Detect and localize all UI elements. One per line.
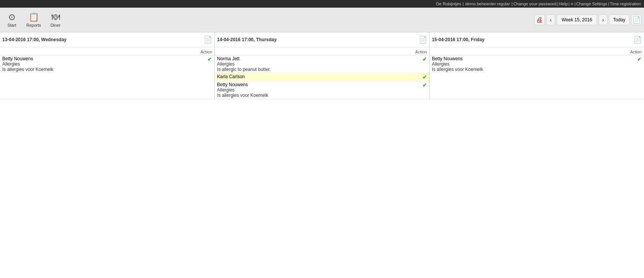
username: demo.beheerder.regular [465,2,510,6]
table-row: Betty NouwensAllergiesIs allergies voor … [215,81,429,99]
entry-name: Betty Nouwens [2,56,189,61]
friday-title: 15-04-2016 17:00, Friday [432,37,485,42]
check-icon: ✔ [207,56,212,62]
table-row: Karla Carlson✔ [215,73,429,81]
wed-action-header: Action [191,49,214,55]
change-settings-link[interactable]: Change Settings [576,2,607,6]
entry-sub: Allergies [432,61,619,67]
next-week-button[interactable]: › [599,14,607,25]
check-icon: ✔ [637,56,642,62]
wednesday-section: 13-04-2016 17:00, Wednesday 📄 Action Bet… [0,32,215,99]
action-cell[interactable]: ✔ [191,55,214,73]
action-cell[interactable]: ✔ [406,81,429,99]
diner-icon: 🍽 [51,12,60,22]
entry-detail: Is allergies voor Koemelk [217,93,404,98]
entry-cell: Norma JettAllergiesIs allergic to peanut… [215,55,406,73]
wednesday-header: 13-04-2016 17:00, Wednesday 📄 [0,32,214,47]
entry-name: Betty Nouwens [432,56,619,61]
prev-week-icon: ‹ [550,17,552,23]
thu-action-header: Action [406,49,429,55]
check-icon: ✔ [422,56,427,62]
entry-cell: Betty NouwensAllergiesIs allergies voor … [215,81,406,99]
help-link[interactable]: Help [559,2,568,6]
diner-button[interactable]: 🍽 Diner [46,9,65,31]
fri-action-header: Action [621,49,644,55]
week-label: Week 15, 2016 [557,14,597,25]
thursday-header: 14-04-2016 17:00, Thursday 📄 [215,32,429,47]
check-icon: ✔ [422,82,427,88]
friday-header: 15-04-2016 17:00, Friday 📄 [430,32,644,47]
table-row: Betty NouwensAllergiesIs allergies voor … [430,55,644,73]
start-label: Start [7,23,16,27]
wednesday-pdf-icon[interactable]: 📄 [204,35,212,44]
start-button[interactable]: ⊙ Start [2,9,21,31]
table-row: Betty NouwensAllergiesIs allergies voor … [0,55,214,73]
entry-cell: Karla Carlson [215,73,406,81]
diner-label: Diner [50,23,60,27]
friday-section: 15-04-2016 17:00, Friday 📄 Action Betty … [430,32,644,99]
entry-detail: Is allergies voor Koemelk [2,67,189,72]
entry-cell: Betty NouwensAllergiesIs allergies voor … [0,55,191,73]
pdf-export-button[interactable]: 📄 [631,14,642,25]
action-cell[interactable]: ✔ [621,55,644,73]
pdf-file-icon: 📄 [632,16,641,24]
thursday-table: Action Norma JettAllergiesIs allergic to… [215,49,429,99]
start-icon: ⊙ [8,12,15,22]
toolbar: ⊙ Start 📋 Reports 🍽 Diner 🖨 ‹ Week 15, 2… [0,8,644,32]
entry-name: Betty Nouwens [217,82,404,87]
wed-name-header [0,49,191,55]
reports-button[interactable]: 📋 Reports [23,9,45,31]
reports-icon: 📋 [29,12,39,22]
action-cell[interactable]: ✔ [406,55,429,73]
change-password-link[interactable]: Change your password [513,2,556,6]
time-registration-link[interactable]: Time registration [610,2,641,6]
check-icon: ✔ [422,74,427,80]
main-content: 13-04-2016 17:00, Wednesday 📄 Action Bet… [0,32,644,99]
prev-week-button[interactable]: ‹ [546,14,555,25]
entry-detail: Is allergic to peanut butter. [217,67,404,72]
entry-name: Karla Carlson [217,74,404,79]
fri-name-header [430,49,621,55]
topbar: De Robijntjes | demo.beheerder.regular |… [0,0,644,8]
friday-table: Action Betty NouwensAllergiesIs allergie… [430,49,644,73]
entry-sub: Allergies [2,61,189,67]
thursday-title: 14-04-2016 17:00, Thursday [217,37,276,42]
print-icon: 🖨 [536,16,543,24]
thursday-section: 14-04-2016 17:00, Thursday 📄 Action Norm… [215,32,429,99]
entry-cell: Betty NouwensAllergiesIs allergies voor … [430,55,621,73]
today-button[interactable]: Today [609,14,630,25]
entry-sub: Allergies [217,61,404,67]
table-row: Norma JettAllergiesIs allergic to peanut… [215,55,429,73]
wednesday-table: Action Betty NouwensAllergiesIs allergie… [0,49,214,73]
next-week-icon: › [602,17,604,23]
pdf-nav-icon[interactable]: 🖨 [534,14,545,25]
day-columns: 13-04-2016 17:00, Wednesday 📄 Action Bet… [0,32,644,99]
wednesday-title: 13-04-2016 17:00, Wednesday [2,37,67,42]
entry-detail: Is allergies voor Koemelk [432,67,619,72]
action-cell[interactable]: ✔ [406,73,429,81]
friday-pdf-icon[interactable]: 📄 [633,35,642,44]
entry-name: Norma Jett [217,56,404,61]
thu-name-header [215,49,406,55]
entry-sub: Allergies [217,87,404,93]
nav-area: 🖨 ‹ Week 15, 2016 › Today 📄 [534,14,642,25]
thursday-pdf-icon[interactable]: 📄 [419,35,427,44]
reports-label: Reports [26,23,41,27]
org-name: De Robijntjes [436,2,461,6]
